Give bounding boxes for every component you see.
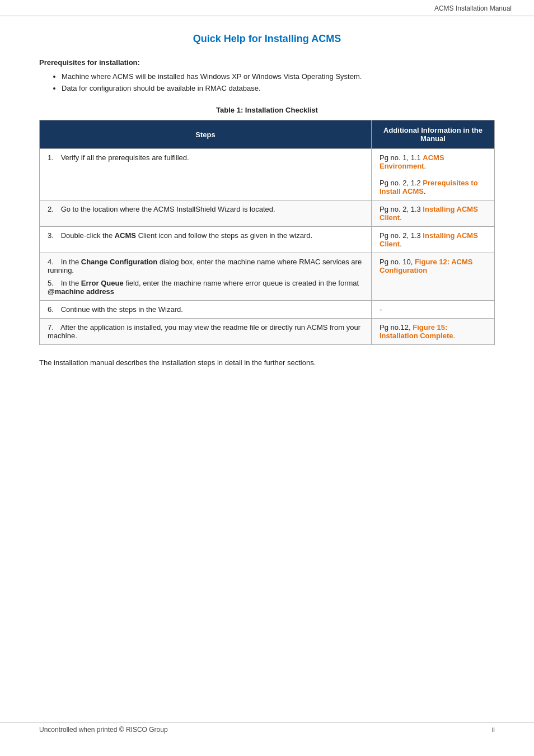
ref-cell: Pg no. 2, 1.3 Installing ACMS Client. <box>372 200 495 227</box>
ref-dash: - <box>380 305 382 314</box>
ref-cell: Pg no. 2, 1.3 Installing ACMS Client. <box>372 227 495 253</box>
bold-machine-addr: @machine address <box>48 287 114 296</box>
list-item: Machine where ACMS will be installed has… <box>62 72 495 81</box>
step-cell: 6. Continue with the steps in the Wizard… <box>40 301 372 319</box>
step-cell: 2. Go to the location where the ACMS Ins… <box>40 200 372 227</box>
step-text: In the Error Queue field, enter the mach… <box>48 279 359 296</box>
table-row: 6. Continue with the steps in the Wizard… <box>40 301 495 319</box>
ref-punct: . <box>453 332 455 340</box>
list-item: Data for configuration should be availab… <box>62 84 495 92</box>
header-title: ACMS Installation Manual <box>434 4 512 12</box>
ref-punct: . <box>424 162 426 170</box>
step-cell: 4. In the Change Configuration dialog bo… <box>40 253 372 301</box>
step-text: Go to the location where the ACMS Instal… <box>61 205 275 213</box>
bold-acms: ACMS <box>115 231 136 240</box>
closing-text: The installation manual describes the in… <box>39 358 495 367</box>
step-text: Double-click the ACMS Client icon and fo… <box>61 231 312 240</box>
page-title: Quick Help for Installing ACMS <box>39 33 495 45</box>
step-text: Verify if all the prerequisites are fulf… <box>61 153 189 162</box>
table-row: 4. In the Change Configuration dialog bo… <box>40 253 495 301</box>
step-text: In the Change Configuration dialog box, … <box>48 258 362 274</box>
step-num: 5. <box>48 279 59 287</box>
col-header-steps: Steps <box>40 120 372 149</box>
step-num: 7. <box>48 323 59 332</box>
bold-error-queue: Error Queue <box>81 279 124 287</box>
ref-punct: . <box>400 240 402 248</box>
table-row: 1. Verify if all the prerequisites are f… <box>40 149 495 200</box>
header-bar: ACMS Installation Manual <box>0 0 534 16</box>
ref2-punct: . <box>424 187 426 195</box>
checklist-table: Steps Additional Information in the Manu… <box>39 120 495 345</box>
step-text: After the application is installed, you … <box>48 323 360 340</box>
step-cell: 1. Verify if all the prerequisites are f… <box>40 149 372 200</box>
step-num: 1. <box>48 153 59 162</box>
ref-plain: Pg no. 2, 1.3 <box>380 231 423 240</box>
ref-plain: Pg no. 10, <box>380 258 415 266</box>
col-header-additional: Additional Information in the Manual <box>372 120 495 149</box>
main-content: Quick Help for Installing ACMS Prerequis… <box>0 16 534 389</box>
step-num: 4. <box>48 258 59 266</box>
ref-punct: . <box>400 213 402 222</box>
ref-cell: Pg no. 1, 1.1 ACMS Environment. Pg no. 2… <box>372 149 495 200</box>
ref-cell: Pg no. 10, Figure 12: ACMS Configuration <box>372 253 495 301</box>
page-container: ACMS Installation Manual Quick Help for … <box>0 0 534 756</box>
step-4: 4. In the Change Configuration dialog bo… <box>48 258 363 274</box>
ref-plain: Pg no. 2, 1.3 <box>380 205 423 213</box>
ref-plain: Pg no. 1, 1.1 <box>380 153 423 162</box>
footer-right: ii <box>492 726 495 734</box>
table-row: 2. Go to the location where the ACMS Ins… <box>40 200 495 227</box>
step-5: 5. In the Error Queue field, enter the m… <box>48 279 363 296</box>
table-row: 7. After the application is installed, y… <box>40 319 495 345</box>
step-num: 3. <box>48 231 59 240</box>
ref-cell: Pg no.12, Figure 15: Installation Comple… <box>372 319 495 345</box>
step-cell: 3. Double-click the ACMS Client icon and… <box>40 227 372 253</box>
ref2-plain: Pg no. 2, 1.2 <box>380 179 423 187</box>
step-num: 2. <box>48 205 59 213</box>
ref-cell: - <box>372 301 495 319</box>
prerequisites-heading: Prerequisites for installation: <box>39 58 495 67</box>
step-text: Continue with the steps in the Wizard. <box>61 305 183 314</box>
step-cell: 7. After the application is installed, y… <box>40 319 372 345</box>
bold-change-config: Change Configuration <box>81 258 158 266</box>
footer-left: Uncontrolled when printed © RISCO Group <box>39 726 168 734</box>
ref-plain: Pg no.12, <box>380 323 413 332</box>
footer: Uncontrolled when printed © RISCO Group … <box>0 722 534 734</box>
table-title: Table 1: Installation Checklist <box>39 106 495 114</box>
step-num: 6. <box>48 305 59 314</box>
table-row: 3. Double-click the ACMS Client icon and… <box>40 227 495 253</box>
prerequisites-list: Machine where ACMS will be installed has… <box>62 72 495 92</box>
